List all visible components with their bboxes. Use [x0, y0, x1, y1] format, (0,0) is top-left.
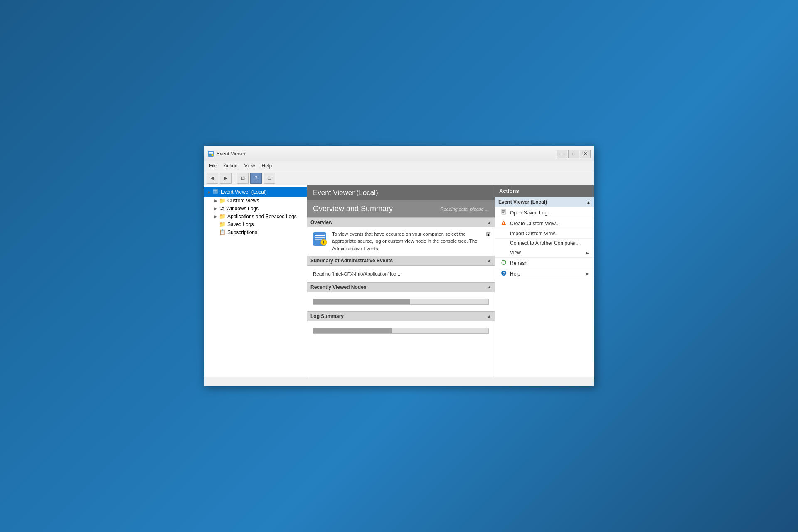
action-import-custom-view[interactable]: Import Custom View...	[495, 229, 594, 239]
tree-item-custom-views[interactable]: ▶ 📁 Custom Views	[204, 197, 307, 204]
help-submenu-arrow: ▶	[586, 271, 589, 276]
recently-viewed-section-label: Recently Viewed Nodes	[310, 284, 367, 290]
tree-item-saved-logs[interactable]: ▶ 📁 Saved Logs	[204, 220, 307, 228]
show-hide-button[interactable]: ⊞	[237, 173, 249, 184]
menu-help[interactable]: Help	[259, 162, 276, 170]
actions-section-label: Event Viewer (Local)	[498, 199, 547, 205]
action-open-saved-log[interactable]: Open Saved Log...	[495, 207, 594, 218]
svg-text:?: ?	[503, 271, 505, 276]
overview-collapse-icon: ▲	[487, 220, 491, 225]
admin-events-section-bar[interactable]: Summary of Administrative Events ▲	[307, 256, 495, 266]
menu-bar: File Action View Help	[204, 161, 594, 171]
actions-panel-title: Actions	[499, 188, 519, 194]
create-custom-view-icon	[500, 220, 507, 227]
event-viewer-icon	[212, 188, 219, 196]
action-label-connect-another: Connect to Another Computer...	[510, 240, 580, 246]
action-refresh[interactable]: Refresh	[495, 258, 594, 268]
tree-expand-windows-logs: ▶	[212, 207, 219, 211]
tree-item-applications-services[interactable]: ▶ 📁 Applications and Services Logs	[204, 212, 307, 220]
svg-text:!: !	[212, 154, 212, 156]
close-button[interactable]: ✕	[580, 150, 591, 158]
menu-view[interactable]: View	[241, 162, 259, 170]
recently-viewed-collapse-icon: ▲	[487, 285, 491, 289]
svg-rect-9	[213, 192, 216, 192]
tree-item-windows-logs[interactable]: ▶ 🗂 Windows Logs	[204, 204, 307, 212]
overview-section-bar[interactable]: Overview ▲	[307, 217, 495, 227]
recently-viewed-section-content	[307, 292, 495, 311]
svg-rect-7	[213, 190, 217, 190]
action-help[interactable]: ? Help ▶	[495, 268, 594, 279]
svg-rect-18	[502, 212, 505, 212]
tree-item-event-viewer-local[interactable]: ▶ Event Viewer (Local)	[204, 187, 307, 197]
svg-rect-8	[213, 191, 217, 192]
folder-icon-custom-views: 📁	[219, 197, 226, 204]
toolbar-separator	[234, 174, 234, 182]
recently-viewed-section-bar[interactable]: Recently Viewed Nodes ▲	[307, 282, 495, 292]
window-controls: ─ □ ✕	[557, 150, 591, 158]
main-window: ! Event Viewer ─ □ ✕ File Action View He…	[204, 146, 594, 386]
reading-data-status: Reading data, please ...	[441, 207, 489, 212]
action-label-view: View	[510, 250, 521, 256]
menu-action[interactable]: Action	[220, 162, 241, 170]
overview-summary-header: Overview and Summary Reading data, pleas…	[307, 200, 495, 217]
log-summary-collapse-icon: ▲	[487, 314, 491, 318]
svg-rect-17	[502, 210, 505, 211]
properties-button[interactable]: ⊟	[264, 173, 275, 184]
tree-pane: ▶ Event Viewer (Local) ▶ 📁 Custom Views	[204, 185, 307, 377]
action-create-custom-view[interactable]: Create Custom View...	[495, 218, 594, 229]
forward-button[interactable]: ►	[220, 173, 232, 184]
log-summary-loading	[313, 328, 489, 334]
overview-info-icon: !	[311, 231, 328, 247]
svg-rect-13	[315, 239, 322, 240]
main-content: ▶ Event Viewer (Local) ▶ 📁 Custom Views	[204, 185, 594, 377]
action-label-refresh: Refresh	[510, 260, 527, 266]
window-title: Event Viewer	[217, 151, 557, 157]
overview-section-label: Overview	[310, 219, 332, 225]
folder-icon-subscriptions: 📋	[219, 229, 226, 235]
tree-expand-custom-views: ▶	[212, 199, 219, 203]
overview-content-area: ! To view events that have occurred on y…	[311, 231, 490, 252]
recently-viewed-loading	[313, 299, 489, 305]
action-connect-another[interactable]: Connect to Another Computer...	[495, 239, 594, 248]
svg-rect-1	[209, 152, 213, 153]
status-bar	[204, 377, 594, 386]
folder-icon-app-services: 📁	[219, 213, 226, 219]
minimize-button[interactable]: ─	[557, 150, 567, 158]
log-summary-loading-bar	[313, 328, 392, 333]
svg-text:!: !	[323, 240, 324, 245]
app-icon: !	[207, 150, 214, 157]
back-button[interactable]: ◄	[207, 173, 218, 184]
overview-scrollbar[interactable]: ▲	[486, 232, 490, 236]
maximize-button[interactable]: □	[568, 150, 579, 158]
action-view[interactable]: View ▶	[495, 248, 594, 258]
overview-section-content: ! To view events that have occurred on y…	[307, 227, 495, 256]
view-submenu-arrow: ▶	[586, 251, 589, 255]
tree-label-windows-logs: Windows Logs	[226, 206, 259, 212]
tree-item-subscriptions[interactable]: ▶ 📋 Subscriptions	[204, 228, 307, 236]
help-toolbar-button[interactable]: ?	[250, 173, 262, 184]
help-icon: ?	[500, 270, 507, 277]
tree-label-applications-services: Applications and Services Logs	[227, 214, 297, 219]
title-bar: ! Event Viewer ─ □ ✕	[204, 146, 594, 161]
center-panel-title: Event Viewer (Local)	[313, 189, 378, 197]
overview-description: To view events that have occurred on you…	[332, 231, 482, 252]
menu-file[interactable]: File	[206, 162, 220, 170]
refresh-icon	[500, 259, 507, 266]
svg-rect-19	[502, 212, 504, 213]
svg-rect-12	[315, 237, 325, 238]
tree-label-saved-logs: Saved Logs	[227, 222, 254, 227]
svg-rect-21	[503, 222, 504, 224]
svg-rect-3	[209, 155, 212, 155]
tree-expand-subscriptions: ▶	[212, 230, 219, 234]
admin-events-collapse-icon: ▲	[487, 258, 491, 263]
log-summary-section-bar[interactable]: Log Summary ▲	[307, 311, 495, 321]
svg-rect-2	[209, 153, 213, 154]
toolbar: ◄ ► ⊞ ? ⊟	[204, 171, 594, 185]
action-label-open-saved-log: Open Saved Log...	[510, 210, 552, 216]
log-summary-section-content	[307, 321, 495, 340]
folder-icon-windows-logs: 🗂	[219, 205, 224, 212]
actions-section-title: Event Viewer (Local) ▲	[495, 197, 594, 207]
tree-label-event-viewer-local: Event Viewer (Local)	[221, 189, 267, 195]
action-label-create-custom-view: Create Custom View...	[510, 221, 559, 227]
open-saved-log-icon	[500, 209, 507, 216]
